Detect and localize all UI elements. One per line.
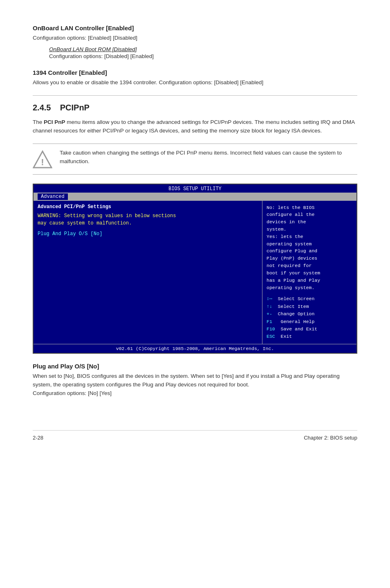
key-change-icon: +- [267,311,272,316]
bios-key-legend: ↕↔ Select Screen ↑↓ Select Item +- Chang… [267,295,352,340]
chapter-intro-bold: PCI PnP [44,119,65,125]
key-esc: ESC [267,334,275,339]
bios-warning-line2: may cause system to malfunction. [38,220,132,226]
onboard-lan-heading: OnBoard LAN Controller [Enabled] [33,25,357,31]
onboard-lan-config: Configuration options: [Enabled] [Disabl… [33,34,357,43]
plug-play-heading: Plug and Play O/S [No] [33,363,357,370]
key-screen-icon: ↕↔ [267,296,272,301]
key-f10: F10 [267,326,275,332]
1394-controller-section: 1394 Controller [Enabled] Allows you to … [33,69,357,87]
pcipnp-section: 2.4.5 PCIPnP The PCI PnP menu items allo… [33,103,357,135]
key-item-icon: ↑↓ [267,304,272,309]
bios-footer: v02.61 (C)Copyright 1985-2008, American … [34,344,356,353]
bios-right-desc: No: lets the BIOS configure all the devi… [267,204,352,292]
plug-play-section: Plug and Play O/S [No] When set to [No],… [33,363,357,398]
bios-warning: WARNING: Setting wrong values in below s… [38,212,258,227]
bios-tab-advanced: Advanced [38,193,68,200]
plug-play-config: Configuration options: [No] [Yes] [33,390,112,396]
1394-heading: 1394 Controller [Enabled] [33,69,357,76]
bios-plug-play-item: Plug And Play O/S [No] [38,231,258,237]
bios-section-title: Advanced PCI/PnP Settings [38,204,258,210]
chapter-intro: The PCI PnP menu items allow you to chan… [33,118,357,135]
section-divider [33,95,357,96]
footer-page-number: 2-28 [33,435,43,441]
bios-right-panel: No: lets the BIOS configure all the devi… [262,201,356,344]
onboard-lan-sub: OnBoard LAN Boot ROM [Disabled] Configur… [49,46,357,61]
plug-play-body: When set to [No], BIOS configures all th… [33,372,357,398]
bios-body: Advanced PCI/PnP Settings WARNING: Setti… [34,201,356,344]
warning-icon: ! [33,150,52,169]
onboard-lan-boot-config: Configuration options: [Disabled] [Enabl… [49,53,154,59]
chapter-number: 2.4.5 [33,103,51,112]
1394-body: Allows you to enable or disable the 1394… [33,79,357,87]
chapter-title: PCIPnP [60,103,90,112]
page-footer: 2-28 Chapter 2: BIOS setup [33,430,357,441]
warning-text: Take caution when changing the settings … [60,149,357,166]
footer-chapter: Chapter 2: BIOS setup [304,435,357,441]
svg-text:!: ! [41,157,44,167]
key-f1: F1 [267,319,272,324]
warning-box: ! Take caution when changing the setting… [33,144,357,175]
bios-warning-line1: WARNING: Setting wrong values in below s… [38,213,176,219]
bios-title: BIOS SETUP UTILITY [34,184,356,193]
bios-screen: BIOS SETUP UTILITY Advanced Advanced PCI… [33,184,357,354]
plug-play-body-text: When set to [No], BIOS configures all th… [33,373,340,388]
bios-left-panel: Advanced PCI/PnP Settings WARNING: Setti… [34,201,262,344]
onboard-lan-section: OnBoard LAN Controller [Enabled] Configu… [33,25,357,61]
chapter-heading: 2.4.5 PCIPnP [33,103,357,112]
onboard-lan-boot-label: OnBoard LAN Boot ROM [Disabled] [49,46,137,52]
bios-menu-bar: Advanced [34,193,356,201]
